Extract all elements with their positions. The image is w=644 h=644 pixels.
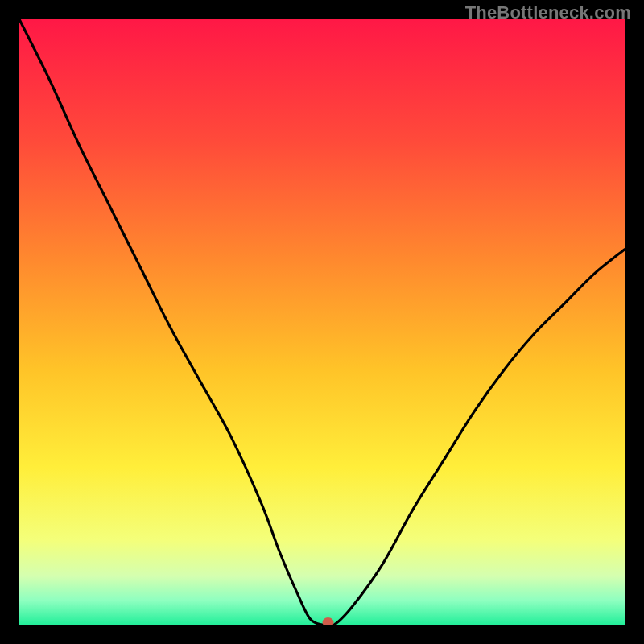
chart-svg bbox=[19, 19, 625, 625]
chart-frame: TheBottleneck.com bbox=[0, 0, 644, 644]
gradient-background bbox=[19, 19, 625, 625]
watermark-text: TheBottleneck.com bbox=[465, 2, 631, 23]
plot-area bbox=[19, 19, 625, 625]
